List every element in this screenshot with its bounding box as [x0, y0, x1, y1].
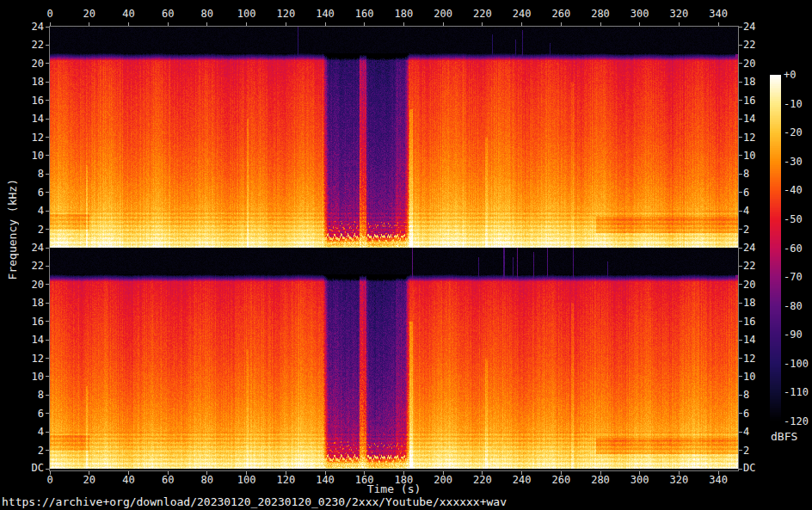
freq-tick-mark: [46, 63, 49, 64]
freq-tick-mark: [739, 340, 742, 341]
freq-tick-mark: [739, 229, 742, 230]
freq-tick-label: 8: [743, 389, 749, 401]
x-tick-label: 40: [111, 8, 145, 20]
freq-tick-label: 6: [743, 408, 749, 420]
freq-tick-mark: [739, 137, 742, 138]
freq-tick-label: 10: [0, 150, 44, 162]
x-tick-label: 340: [701, 8, 735, 20]
colorbar-tick-label: -80: [784, 300, 803, 312]
freq-tick-mark: [46, 248, 49, 249]
x-tick-label: 20: [72, 474, 107, 486]
x-tick-label: 320: [661, 474, 696, 486]
freq-tick-mark: [739, 248, 742, 249]
x-tick-mark: [403, 22, 404, 26]
freq-tick-mark: [739, 413, 742, 414]
x-tick-label: 160: [348, 8, 382, 20]
colorbar-tick-label: -70: [784, 271, 803, 283]
freq-tick-mark: [46, 174, 49, 175]
x-tick-label: 340: [701, 474, 735, 486]
freq-tick-label: 16: [0, 316, 44, 328]
colorbar-tick-label: -120: [784, 415, 809, 427]
freq-tick-label: 10: [0, 371, 44, 383]
x-tick-label: 40: [111, 474, 145, 486]
x-tick-label: 80: [190, 8, 225, 20]
freq-tick-mark: [46, 211, 49, 212]
x-tick-label: 200: [426, 474, 460, 486]
freq-tick-mark: [739, 321, 742, 322]
x-tick-mark: [50, 22, 51, 26]
freq-tick-label: 20: [0, 279, 44, 291]
x-tick-label: 100: [230, 8, 264, 20]
colorbar-tick-label: -40: [784, 184, 803, 196]
freq-tick-mark: [739, 395, 742, 396]
freq-tick-mark: [46, 376, 49, 377]
freq-tick-label: 2: [743, 445, 749, 457]
x-tick-label: 100: [230, 474, 264, 486]
x-tick-label: 0: [33, 474, 67, 486]
colorbar-tick-label: -60: [784, 243, 803, 255]
colorbar-tick-label: +0: [784, 69, 796, 81]
x-tick-label: 240: [505, 8, 539, 20]
x-tick-label: 280: [583, 8, 618, 20]
x-tick-mark: [206, 22, 207, 26]
x-tick-label: 20: [72, 8, 107, 20]
freq-tick-label: 22: [0, 39, 44, 51]
freq-tick-mark: [46, 284, 49, 285]
freq-tick-label: 4: [743, 205, 749, 217]
spectrogram-window: Frequency (kHz) Time (s) dBFS https://ar…: [0, 0, 812, 510]
x-tick-label: 60: [151, 8, 185, 20]
x-tick-mark: [128, 22, 129, 26]
x-tick-label: 0: [33, 8, 67, 20]
colorbar-unit-label: dBFS: [771, 430, 797, 443]
freq-tick-mark: [739, 27, 742, 28]
x-tick-mark: [168, 22, 169, 26]
freq-tick-label: 10: [743, 150, 755, 162]
freq-tick-label: 18: [743, 297, 755, 309]
x-tick-mark: [639, 22, 640, 26]
freq-tick-mark: [46, 303, 49, 304]
freq-tick-mark: [739, 376, 742, 377]
x-tick-label: 160: [348, 474, 382, 486]
x-tick-mark: [364, 22, 365, 26]
freq-tick-label: 18: [743, 76, 755, 88]
freq-tick-mark: [46, 137, 49, 138]
freq-tick-mark: [46, 100, 49, 101]
freq-tick-label: 12: [743, 132, 755, 144]
colorbar-tick-label: -20: [784, 126, 803, 138]
x-tick-label: 80: [190, 474, 225, 486]
freq-tick-mark: [739, 450, 742, 451]
freq-tick-label: 22: [743, 39, 755, 51]
freq-tick-label: 18: [0, 76, 44, 88]
freq-tick-label: 6: [743, 187, 749, 199]
freq-tick-mark: [739, 63, 742, 64]
x-tick-label: 300: [623, 8, 657, 20]
x-tick-label: 300: [623, 474, 657, 486]
x-tick-mark: [325, 22, 326, 26]
colorbar-tick-label: -10: [784, 98, 803, 110]
freq-tick-label: 22: [743, 260, 755, 272]
freq-tick-mark: [46, 413, 49, 414]
freq-tick-mark: [739, 100, 742, 101]
freq-tick-label: 14: [743, 113, 755, 125]
freq-tick-mark: [739, 284, 742, 285]
freq-tick-mark: [46, 358, 49, 359]
freq-tick-label: 20: [0, 58, 44, 70]
x-tick-mark: [521, 22, 522, 26]
freq-tick-mark: [46, 266, 49, 267]
freq-tick-mark: [739, 469, 742, 470]
x-tick-mark: [679, 22, 680, 26]
freq-tick-mark: [739, 119, 742, 120]
freq-tick-label: 22: [0, 260, 44, 272]
freq-dc-label: DC: [0, 462, 44, 474]
freq-tick-label: 4: [0, 205, 44, 217]
freq-tick-label: 14: [743, 334, 755, 346]
freq-tick-label: 2: [743, 224, 749, 236]
x-tick-label: 280: [583, 474, 618, 486]
freq-tick-mark: [46, 395, 49, 396]
freq-tick-mark: [46, 340, 49, 341]
freq-tick-mark: [46, 155, 49, 156]
x-tick-label: 180: [386, 474, 421, 486]
spectrogram-channel-2: [50, 248, 738, 469]
x-tick-mark: [89, 22, 89, 26]
freq-tick-mark: [739, 82, 742, 83]
